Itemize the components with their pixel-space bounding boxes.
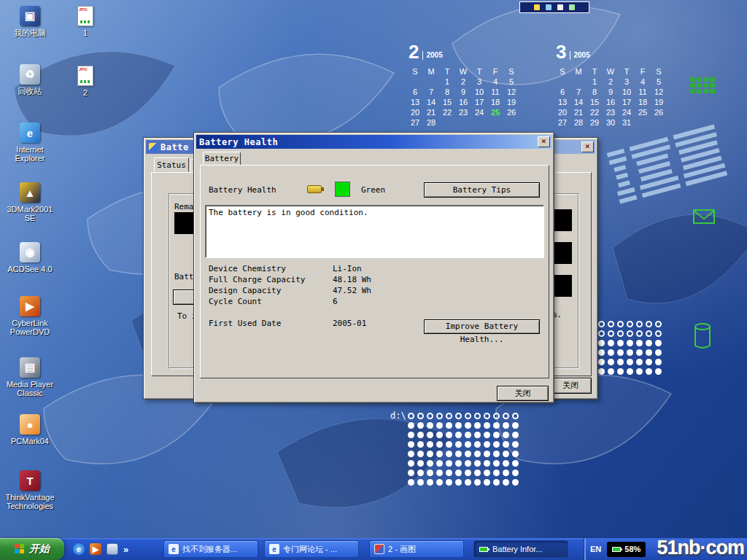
desktop: d:\ Batte × Status Remain Batte Cu To i … [0,0,747,560]
field-label: Cycle Count [209,297,333,308]
calendar-day [423,77,439,88]
desktop-icon-3dmark2001-se[interactable]: ▲3DMark2001 SE [1,182,58,222]
desktop-icon-internet-explorer[interactable]: eInternet Explorer [1,122,58,163]
calendar-day [455,118,471,128]
dot [465,470,471,476]
dot [608,321,614,327]
calendar-day: 27 [554,118,570,128]
bg-window-close-button[interactable]: 关闭 [549,378,592,394]
dot [627,349,633,356]
bg-window-title: Batte [160,142,189,152]
dot [408,413,414,419]
acdsee-40-icon: ◉ [20,242,40,262]
calendar-dow: S [503,67,519,77]
tab-status[interactable]: Status [154,158,189,172]
wallpaper-calendar-month-3: 32005SMTWTFS1234567891011121314151617181… [554,41,667,128]
dot [408,432,414,438]
jpg-badge: JPG [79,67,88,71]
dot [474,441,481,448]
battery-tips-button[interactable]: Battery Tips [424,182,540,198]
dot [446,460,452,467]
dot [484,479,490,486]
display-icon[interactable] [557,4,563,10]
desktop-icon-acdsee-40[interactable]: ◉ACDSee 4.0 [1,242,58,273]
dot [408,479,414,486]
dot [446,432,452,438]
calendar-day: 12 [503,88,519,98]
dot [636,349,643,356]
osd-toolbar[interactable] [519,1,589,13]
start-button[interactable]: 开始 [0,538,64,560]
volume-icon[interactable] [534,4,540,10]
calendar-day [439,118,455,128]
desktop-icon-label: 我的电脑 [1,28,58,37]
tray-battery-indicator[interactable]: 58% [607,542,646,557]
calendar-dow: M [570,67,587,77]
calendar-day: 20 [407,108,423,118]
dot [417,413,424,419]
brightness-icon[interactable] [546,4,551,10]
language-indicator[interactable]: EN [590,545,601,553]
desktop-icon-media-player-classic[interactable]: ▤Media Player Classic [1,357,58,397]
bg-window-close-icon[interactable]: × [581,141,594,152]
desktop-icon-recycle-bin[interactable]: ♻回收站 [1,64,58,96]
calendar-dow: M [423,67,439,77]
dot [427,470,433,476]
calendar-day: 23 [603,108,619,118]
dot [436,451,443,457]
calendar-dow: F [635,67,651,77]
taskbar-task-2[interactable]: e专门网论坛 - ... [264,540,359,558]
desktop-icon-my-computer[interactable]: ▣我的电脑 [1,6,58,37]
dot [493,470,500,476]
calendar-day: 24 [619,108,635,118]
keyboard-icon[interactable] [569,4,575,10]
dot [617,321,624,327]
taskbar: 开始 e▶» e找不到服务器...e专门网论坛 - ...2 - 画图Batte… [0,538,747,560]
calendar-day: 10 [619,88,635,98]
dot [408,470,414,476]
taskbar-task-3[interactable]: 2 - 画图 [369,540,464,558]
calendar-day: 5 [503,77,519,88]
dot [493,413,500,419]
dialog-titlebar[interactable]: Battery Health × [196,135,551,149]
internet-explorer-icon: e [20,122,40,143]
calendar-day: 21 [570,108,587,118]
dot [484,441,490,448]
desktop-file-2[interactable]: JPG2 [67,66,104,97]
desktop-icon-pcmark04[interactable]: ●PCMark04 [1,414,58,446]
improve-battery-health-button[interactable]: Improve Battery Health... [424,319,540,334]
taskbar-task-4[interactable]: Battery Infor... [473,540,568,558]
calendar-day: 14 [570,98,587,108]
dot [608,330,614,337]
calendar-day: 14 [423,98,439,108]
dot [484,413,490,419]
desktop-icon-thinkvantage-technologies[interactable]: TThinkVantage Technologies [1,470,58,510]
media-player-icon[interactable]: ▶ [90,543,101,555]
dot [617,330,624,337]
dot [446,441,452,448]
dialog-close-icon[interactable]: × [538,136,550,147]
desktop-file-1[interactable]: JPG1 [67,6,104,37]
dot [493,422,500,429]
tab-battery[interactable]: Battery [203,152,241,166]
jpg-file-icon: JPG [77,66,93,86]
dot [474,460,481,467]
calendar-day: 22 [587,108,603,118]
calendar-day: 15 [439,98,455,108]
field-row: Cycle Count6 [209,297,537,308]
dot [484,451,490,457]
chevron-icon[interactable]: » [123,544,128,555]
dialog-close-button[interactable]: 关闭 [497,386,549,401]
dot [636,321,643,327]
desktop-icon-cyberlink-powerdvd[interactable]: ▶CyberLink PowerDVD [1,296,58,336]
show-desktop-icon[interactable] [107,543,118,555]
calendar-day: 5 [651,77,667,88]
taskbar-task-1[interactable]: e找不到服务器... [163,540,258,558]
dialog-title: Battery Health [199,137,278,147]
dot [512,441,519,448]
condition-textbox[interactable]: The battery is in good condition. [205,205,544,258]
calendar-year: 2005 [570,51,589,60]
calendar-day: 11 [635,88,651,98]
internet-explorer-icon[interactable]: e [73,543,85,555]
calendar-day: 19 [651,98,667,108]
